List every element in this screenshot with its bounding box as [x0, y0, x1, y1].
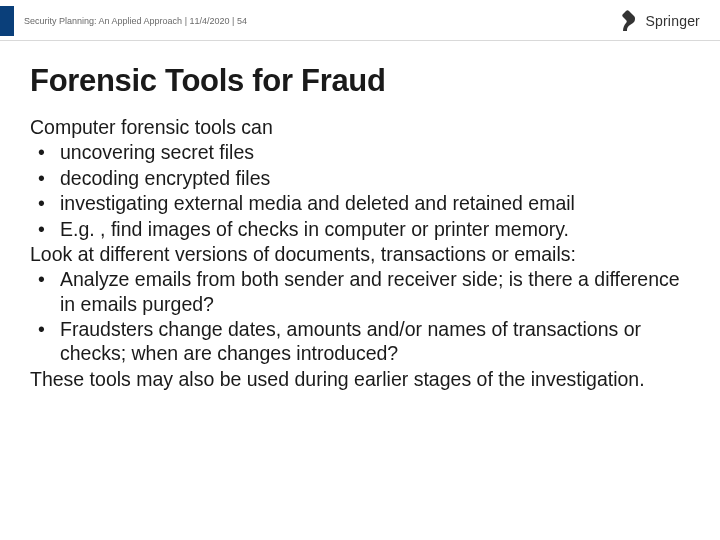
list-item: Fraudsters change dates, amounts and/or … — [30, 317, 690, 366]
brand-name: Springer — [645, 13, 700, 29]
list-item: uncovering secret files — [30, 140, 690, 164]
list-item: decoding encrypted files — [30, 166, 690, 190]
list-item: investigating external media and deleted… — [30, 191, 690, 215]
top-bar-text: Security Planning: An Applied Approach |… — [24, 16, 617, 26]
springer-horse-icon — [617, 9, 639, 33]
bullet-list-2: Analyze emails from both sender and rece… — [30, 267, 690, 366]
content-area: Forensic Tools for Fraud Computer forens… — [0, 41, 720, 391]
doc-title: Security Planning: An Applied Approach — [24, 16, 182, 26]
lead-1: Computer forensic tools can — [30, 115, 690, 139]
bullet-list-1: uncovering secret files decoding encrypt… — [30, 140, 690, 241]
slide-body: Computer forensic tools can uncovering s… — [30, 115, 690, 391]
closing: These tools may also be used during earl… — [30, 367, 690, 391]
lead-2: Look at different versions of documents,… — [30, 242, 690, 266]
brand-logo: Springer — [617, 9, 702, 33]
slide-title: Forensic Tools for Fraud — [30, 63, 690, 99]
top-bar: Security Planning: An Applied Approach |… — [0, 0, 720, 40]
doc-date: 11/4/2020 — [189, 16, 229, 26]
slide-number: 54 — [237, 16, 247, 26]
accent-bar — [0, 6, 14, 36]
list-item: Analyze emails from both sender and rece… — [30, 267, 690, 316]
list-item: E.g. , find images of checks in computer… — [30, 217, 690, 241]
